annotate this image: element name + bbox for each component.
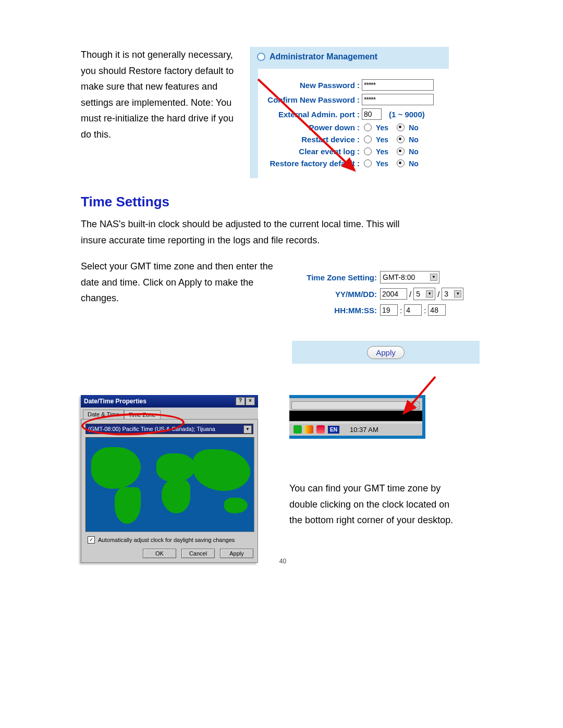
- confirm-password-field[interactable]: [362, 94, 434, 105]
- no-label: No: [409, 135, 419, 144]
- restart-yes-radio[interactable]: [364, 135, 372, 143]
- minute-field[interactable]: [404, 304, 422, 316]
- window-gap: [289, 411, 422, 421]
- day-value: 3: [444, 290, 448, 298]
- restore-default-paragraph: Though it is not generally necessary, yo…: [81, 47, 237, 143]
- clear-log-no-radio[interactable]: [397, 147, 405, 155]
- restore-no-radio[interactable]: [397, 159, 405, 167]
- clear-event-log-label: Clear event log :: [258, 147, 362, 156]
- timezone-setting-label: Time Zone Setting:: [296, 273, 380, 282]
- find-gmt-paragraph: You can find your GMT time zone by doubl…: [289, 480, 456, 528]
- new-password-label: New Password :: [258, 81, 362, 90]
- restore-yes-radio[interactable]: [364, 159, 372, 167]
- no-label: No: [409, 147, 419, 156]
- external-admin-port-label: External Admin. port :: [258, 110, 362, 119]
- yes-label: Yes: [376, 135, 388, 144]
- timezone-dropdown-value: (GMT-08:00) Pacific Time (US & Canada); …: [88, 426, 215, 432]
- apply-button[interactable]: Apply: [220, 549, 253, 558]
- help-button[interactable]: ?: [236, 397, 245, 405]
- tab-time-zone[interactable]: Time Zone: [124, 410, 161, 419]
- taskbar-clock[interactable]: 10:37 AM: [350, 426, 378, 434]
- yes-label: Yes: [376, 147, 388, 156]
- time-label: HH:MM:SS:: [296, 306, 380, 315]
- new-password-field[interactable]: [362, 79, 434, 91]
- time-settings-howto: Select your GMT time zone and then enter…: [81, 258, 279, 306]
- tray-icon[interactable]: [293, 425, 302, 434]
- dialog-title: Date/Time Properties: [84, 398, 146, 405]
- timezone-value: GMT-8:00: [383, 273, 415, 281]
- date-time-properties-dialog: Date/Time Properties ? × Date & Time Tim…: [81, 395, 258, 563]
- apply-button[interactable]: Apply: [367, 346, 405, 359]
- restart-device-label: Restart device :: [258, 135, 362, 144]
- hour-field[interactable]: [380, 304, 398, 316]
- scrollbar-icon: [291, 401, 412, 410]
- restart-no-radio[interactable]: [397, 135, 405, 143]
- ok-button[interactable]: OK: [143, 549, 176, 558]
- timezone-dropdown[interactable]: (GMT-08:00) Pacific Time (US & Canada); …: [85, 424, 253, 434]
- yes-label: Yes: [376, 124, 388, 132]
- port-range-hint: (1 ~ 9000): [389, 110, 425, 119]
- tab-date-time[interactable]: Date & Time: [83, 410, 124, 419]
- separator: :: [422, 306, 428, 315]
- admin-header-label: Administrator Management: [270, 52, 377, 61]
- power-down-yes-radio[interactable]: [364, 124, 372, 131]
- time-settings-intro: The NAS's built-in clock should be adjus…: [81, 216, 420, 248]
- confirm-password-label: Confirm New Password :: [258, 95, 362, 104]
- language-badge[interactable]: EN: [328, 426, 339, 434]
- bullet-icon: [257, 53, 265, 61]
- month-select[interactable]: 5: [413, 288, 435, 300]
- restore-factory-default-label: Restore factory default :: [258, 159, 362, 168]
- year-field[interactable]: [380, 288, 407, 300]
- timezone-select[interactable]: GMT-8:00: [380, 271, 439, 283]
- time-settings-heading: Time Settings: [81, 194, 485, 210]
- second-field[interactable]: [428, 304, 446, 316]
- clear-log-yes-radio[interactable]: [364, 147, 372, 155]
- cancel-button[interactable]: Cancel: [181, 549, 215, 558]
- world-map-image: [85, 437, 254, 532]
- day-select[interactable]: 3: [442, 288, 463, 300]
- no-label: No: [409, 159, 419, 168]
- power-down-label: Power down :: [258, 123, 362, 132]
- separator: /: [435, 290, 442, 299]
- separator: /: [407, 290, 413, 299]
- close-button[interactable]: ×: [246, 397, 255, 405]
- date-label: YY/MM/DD:: [296, 290, 380, 299]
- tray-smiley-icon[interactable]: [305, 425, 313, 434]
- power-down-no-radio[interactable]: [397, 124, 405, 131]
- tray-icon[interactable]: [316, 425, 325, 434]
- admin-management-panel: Administrator Management New Password :: [250, 47, 449, 178]
- external-admin-port-field[interactable]: [362, 108, 382, 120]
- dst-label: Automatically adjust clock for daylight …: [98, 537, 235, 543]
- time-settings-panel: Time Zone Setting: GMT-8:00 YY/MM/DD: / …: [292, 258, 480, 364]
- month-value: 5: [416, 290, 420, 298]
- no-label: No: [409, 124, 419, 132]
- separator: :: [398, 306, 404, 315]
- taskbar-clock-clip: EN 10:37 AM: [289, 395, 425, 439]
- yes-label: Yes: [376, 159, 388, 168]
- dst-checkbox[interactable]: ✓: [88, 536, 95, 544]
